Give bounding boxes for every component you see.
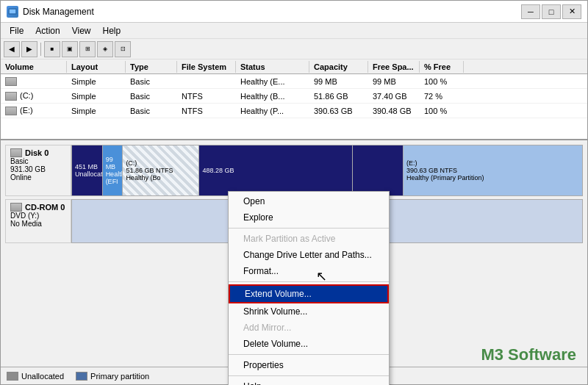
menu-action[interactable]: Action (29, 24, 65, 37)
cell-fs-1 (177, 81, 236, 82)
close-button[interactable]: ✕ (562, 4, 581, 19)
cell-free-3: 390.48 GB (368, 106, 420, 116)
toolbar-btn4[interactable]: ◈ (97, 41, 113, 57)
ctx-shrink-volume[interactable]: Shrink Volume... (229, 303, 389, 320)
partition-efi[interactable]: 99 MB Healthy (EFI (103, 145, 123, 195)
cell-layout-2: Simple (67, 91, 126, 101)
ctx-sep4 (229, 375, 389, 376)
ctx-extend-volume[interactable]: Extend Volume... (229, 284, 389, 303)
ctx-properties[interactable]: Properties (229, 357, 389, 373)
table-header: Volume Layout Type File System Status Ca… (1, 60, 587, 74)
cell-pct-2: 72 % (420, 91, 464, 101)
legend-unallocated: Unallocated (7, 372, 64, 381)
ctx-change-letter[interactable]: Change Drive Letter and Paths... (229, 247, 389, 263)
cdrom-0-label: CD-ROM 0 DVD (Y:) No Media (5, 199, 71, 243)
toolbar-back[interactable]: ◀ (4, 41, 20, 57)
cell-type-3: Basic (126, 106, 177, 116)
partition-unallocated-1[interactable]: 488.28 GB (199, 145, 352, 195)
ctx-open[interactable]: Open (229, 193, 389, 209)
ctx-sep2 (229, 281, 389, 282)
table-row[interactable]: (C:) Simple Basic NTFS Healthy (B... 51.… (1, 89, 587, 104)
app-icon (7, 6, 18, 18)
ctx-delete-volume[interactable]: Delete Volume... (229, 336, 389, 352)
context-menu: Open Explore Mark Partition as Active Ch… (228, 191, 390, 385)
window-title: Disk Management (23, 7, 94, 17)
ctx-help[interactable]: Help (229, 378, 389, 385)
cell-status-3: Healthy (P... (236, 106, 309, 116)
table-row[interactable]: (E:) Simple Basic NTFS Healthy (P... 390… (1, 104, 587, 118)
maximize-button[interactable]: □ (542, 4, 561, 19)
disk-0-partitions: 451 MB Unallocated 99 MB Healthy (EFI (C… (71, 145, 583, 196)
ctx-explore[interactable]: Explore (229, 209, 389, 226)
col-header-fs: File System (177, 61, 236, 73)
cell-fs-3: NTFS (177, 106, 236, 116)
cell-fs-2: NTFS (177, 91, 236, 101)
col-header-pctfree: % Free (420, 61, 464, 73)
menu-help[interactable]: Help (97, 24, 127, 37)
table-row[interactable]: Simple Basic Healthy (E... 99 MB 99 MB 1… (1, 74, 587, 89)
cell-free-2: 37.40 GB (368, 91, 420, 101)
ctx-mark-active: Mark Partition as Active (229, 231, 389, 247)
cell-volume-3: (E:) (1, 105, 67, 116)
col-header-volume: Volume (1, 61, 67, 73)
legend-label-unallocated: Unallocated (21, 372, 64, 381)
cell-capacity-2: 51.86 GB (309, 91, 368, 101)
disk-0-label: Disk 0 Basic 931.30 GB Online (5, 145, 71, 196)
menu-bar: File Action View Help (1, 23, 587, 39)
partition-c[interactable]: (C:) 51.86 GB NTFS Healthy (Bo (123, 145, 199, 195)
legend-box-unallocated (7, 372, 18, 381)
cell-layout-3: Simple (67, 106, 126, 116)
title-bar: Disk Management ─ □ ✕ (1, 1, 587, 23)
toolbar-btn5[interactable]: ⊡ (115, 41, 131, 57)
cell-volume-1 (1, 76, 67, 87)
cell-pct-1: 100 % (420, 76, 464, 87)
toolbar-forward[interactable]: ▶ (21, 41, 37, 57)
legend-primary: Primary partition (76, 372, 149, 381)
cdrom-0-name: CD-ROM 0 (25, 203, 65, 212)
legend-label-primary: Primary partition (90, 372, 149, 381)
ctx-add-mirror: Add Mirror... (229, 320, 389, 336)
cell-layout-1: Simple (67, 76, 126, 87)
cell-status-1: Healthy (E... (236, 76, 309, 87)
col-header-status: Status (236, 61, 309, 73)
cell-capacity-1: 99 MB (309, 76, 368, 87)
ctx-format[interactable]: Format... (229, 263, 389, 279)
menu-view[interactable]: View (66, 24, 97, 37)
ctx-sep3 (229, 354, 389, 355)
cell-status-2: Healthy (B... (236, 91, 309, 101)
cell-volume-2: (C:) (1, 90, 67, 101)
col-header-capacity: Capacity (309, 61, 368, 73)
col-header-layout: Layout (67, 61, 126, 73)
cell-pct-3: 100 % (420, 106, 464, 116)
partition-unallocated-2[interactable] (353, 145, 404, 195)
toolbar: ◀ ▶ ■ ▣ ⊞ ◈ ⊡ (1, 39, 587, 60)
svg-rect-1 (10, 10, 15, 13)
cell-capacity-3: 390.63 GB (309, 106, 368, 116)
menu-file[interactable]: File (4, 24, 29, 37)
toolbar-sep1 (40, 43, 41, 56)
partition-unallocated-0[interactable]: 451 MB Unallocated (72, 145, 103, 195)
ctx-sep1 (229, 228, 389, 229)
cell-type-1: Basic (126, 76, 177, 87)
cell-free-1: 99 MB (368, 76, 420, 87)
toolbar-btn2[interactable]: ▣ (62, 41, 78, 57)
col-header-freespace: Free Spa... (368, 61, 420, 73)
legend-box-primary (76, 372, 87, 381)
toolbar-btn3[interactable]: ⊞ (79, 41, 96, 57)
toolbar-btn1[interactable]: ■ (44, 41, 60, 57)
disk-table: Volume Layout Type File System Status Ca… (1, 60, 587, 140)
partition-e[interactable]: (E:) 390.63 GB NTFS Healthy (Primary Par… (404, 145, 582, 195)
disk-0-name: Disk 0 (25, 148, 49, 157)
window-controls: ─ □ ✕ (521, 4, 581, 19)
minimize-button[interactable]: ─ (521, 4, 540, 19)
col-header-type: Type (126, 61, 177, 73)
disk-0-row: Disk 0 Basic 931.30 GB Online 451 MB Una… (5, 145, 583, 196)
cell-type-2: Basic (126, 91, 177, 101)
